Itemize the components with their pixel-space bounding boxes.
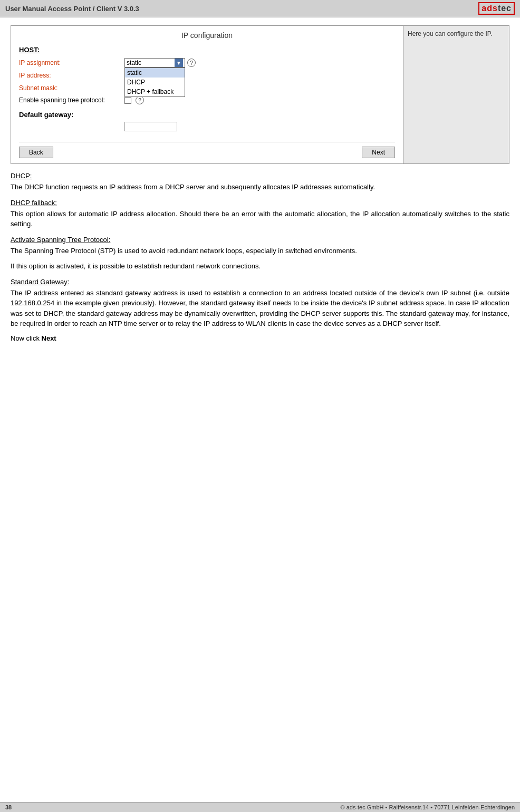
now-click-bold: Next bbox=[42, 334, 56, 342]
now-click-prefix: Now click bbox=[11, 334, 42, 342]
standard-gw-heading: Standard Gateway: bbox=[11, 278, 509, 286]
ip-assignment-select-display[interactable]: static ▼ bbox=[124, 58, 185, 67]
stp-section: Activate Spanning Tree Protocol: The Spa… bbox=[11, 236, 509, 256]
logo: adstec bbox=[478, 2, 515, 15]
spanning-tree-help-icon[interactable]: ? bbox=[136, 96, 144, 104]
main-content: IP configuration HOST: IP assignment: st… bbox=[0, 17, 520, 350]
ip-config-title: IP configuration bbox=[19, 31, 395, 40]
select-arrow-icon[interactable]: ▼ bbox=[175, 59, 183, 67]
ip-assignment-row: IP assignment: static ▼ static DHCP DHCP… bbox=[19, 58, 395, 67]
default-gateway-row bbox=[19, 122, 395, 131]
default-gateway-input[interactable] bbox=[124, 122, 177, 131]
host-label: HOST: bbox=[19, 46, 395, 54]
default-gateway-label: Default gateway: bbox=[19, 111, 395, 119]
header-title: User Manual Access Point / Client V 3.0.… bbox=[5, 5, 139, 13]
standard-gw-section: Standard Gateway: The IP address entered… bbox=[11, 278, 509, 329]
ip-address-row: IP address: bbox=[19, 71, 395, 80]
spanning-tree-checkbox[interactable] bbox=[124, 97, 131, 104]
subnet-mask-label: Subnet mask: bbox=[19, 84, 124, 92]
ip-assignment-value: static ▼ static DHCP DHCP + fallback ? bbox=[124, 58, 196, 67]
ip-config-box: IP configuration HOST: IP assignment: st… bbox=[11, 25, 509, 164]
dhcp-fallback-paragraph: This option allows for automatic IP addr… bbox=[11, 209, 509, 229]
page-header: User Manual Access Point / Client V 3.0.… bbox=[0, 0, 520, 17]
back-button[interactable]: Back bbox=[19, 147, 53, 158]
subnet-mask-row: Subnet mask: bbox=[19, 83, 395, 93]
redundant-section: If this option is activated, it is possi… bbox=[11, 261, 509, 272]
redundant-paragraph: If this option is activated, it is possi… bbox=[11, 261, 509, 272]
ip-assignment-dropdown: static DHCP DHCP + fallback bbox=[124, 67, 185, 97]
dhcp-fallback-heading: DHCP fallback: bbox=[11, 199, 509, 207]
logo-box: adstec bbox=[478, 2, 515, 15]
dhcp-section: DHCP: The DHCP function requests an IP a… bbox=[11, 172, 509, 192]
dhcp-heading: DHCP: bbox=[11, 172, 509, 180]
default-gateway-section: Default gateway: bbox=[19, 111, 395, 131]
ip-assignment-help-icon[interactable]: ? bbox=[187, 59, 196, 67]
dropdown-option-dhcp[interactable]: DHCP bbox=[125, 78, 185, 87]
dropdown-option-dhcp-fallback[interactable]: DHCP + fallback bbox=[125, 87, 185, 96]
ip-address-label: IP address: bbox=[19, 72, 124, 79]
dhcp-fallback-section: DHCP fallback: This option allows for au… bbox=[11, 199, 509, 229]
now-click-paragraph: Now click Next bbox=[11, 334, 509, 342]
footer-copyright: © ads-tec GmbH • Raiffeisenstr.14 • 7077… bbox=[340, 804, 515, 810]
spanning-tree-label: Enable spanning tree protocol: bbox=[19, 96, 124, 104]
next-button[interactable]: Next bbox=[362, 147, 395, 158]
logo-ads: ads bbox=[482, 4, 498, 13]
ip-assignment-select-wrapper[interactable]: static ▼ static DHCP DHCP + fallback bbox=[124, 58, 185, 67]
logo-tec: tec bbox=[498, 4, 512, 13]
ip-assignment-label: IP assignment: bbox=[19, 59, 124, 66]
spanning-tree-controls: ? bbox=[124, 96, 144, 104]
dropdown-option-static[interactable]: static bbox=[125, 68, 185, 78]
button-row: Back Next bbox=[19, 142, 395, 158]
dhcp-paragraph: The DHCP function requests an IP address… bbox=[11, 182, 509, 192]
help-panel-text: Here you can configure the IP. bbox=[408, 30, 493, 37]
help-panel: Here you can configure the IP. bbox=[403, 26, 509, 163]
footer-page-number: 38 bbox=[5, 804, 12, 810]
page-footer: 38 © ads-tec GmbH • Raiffeisenstr.14 • 7… bbox=[0, 802, 520, 812]
standard-gw-paragraph: The IP address entered as standard gatew… bbox=[11, 288, 509, 329]
ip-config-panel: IP configuration HOST: IP assignment: st… bbox=[11, 26, 403, 163]
stp-heading: Activate Spanning Tree Protocol: bbox=[11, 236, 509, 244]
stp-paragraph: The Spanning Tree Protocol (STP) is used… bbox=[11, 246, 509, 256]
spanning-tree-row: Enable spanning tree protocol: ? bbox=[19, 96, 395, 104]
ip-assignment-selected-value: static bbox=[127, 59, 175, 66]
